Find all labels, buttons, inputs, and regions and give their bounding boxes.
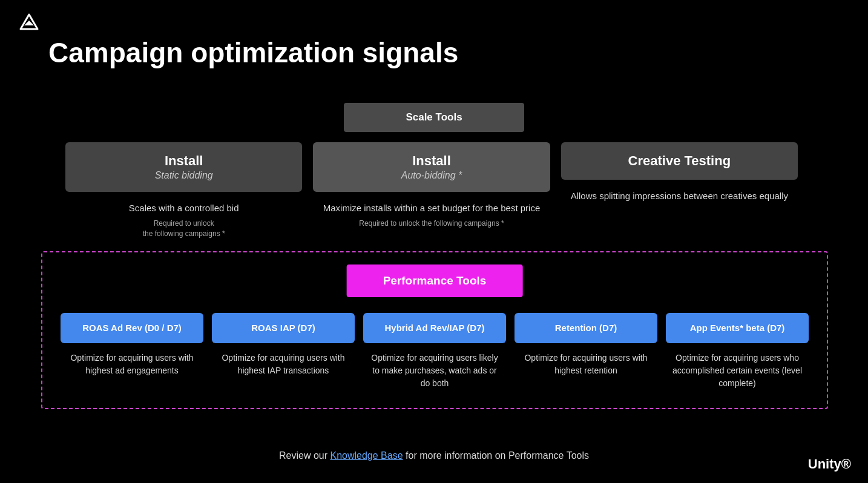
performance-boxes-row: ROAS Ad Rev (D0 / D7) Optimize for acqui… xyxy=(61,313,809,390)
app-events-description: Optimize for acquiring users who accompl… xyxy=(666,352,809,390)
creative-testing-description: Allows splitting impressions between cre… xyxy=(565,189,794,203)
install-static-title: Install xyxy=(77,153,290,169)
app-events-title: App Events* beta (D7) xyxy=(690,323,785,333)
install-auto-subtitle: Auto-bidding * xyxy=(325,170,538,181)
unity-logo-icon xyxy=(18,12,40,34)
app-events-box: App Events* beta (D7) Optimize for acqui… xyxy=(666,313,809,390)
bottom-text-after: for more information on Performance Tool… xyxy=(403,450,589,461)
app-events-header: App Events* beta (D7) xyxy=(666,313,809,343)
install-auto-title: Install xyxy=(325,153,538,169)
retention-header: Retention (D7) xyxy=(515,313,657,343)
roas-ad-rev-box: ROAS Ad Rev (D0 / D7) Optimize for acqui… xyxy=(61,313,203,390)
roas-ad-rev-header: ROAS Ad Rev (D0 / D7) xyxy=(61,313,203,343)
install-static-header: Install Static bidding xyxy=(65,142,302,192)
roas-ad-rev-title: ROAS Ad Rev (D0 / D7) xyxy=(82,323,182,333)
creative-testing-title: Creative Testing xyxy=(573,153,786,169)
install-static-description: Scales with a controlled bid Required to… xyxy=(123,202,245,240)
hybrid-title: Hybrid Ad Rev/IAP (D7) xyxy=(384,323,484,333)
install-auto-req: Required to unlock the following campaig… xyxy=(323,218,541,229)
retention-description: Optimize for acquiring users with highes… xyxy=(515,352,657,377)
bottom-text-before: Review our xyxy=(279,450,330,461)
unity-brand: Unity® xyxy=(808,456,851,472)
boxes-row: Install Static bidding Scales with a con… xyxy=(65,142,798,240)
roas-ad-rev-description: Optimize for acquiring users with highes… xyxy=(61,352,203,377)
install-static-subtitle: Static bidding xyxy=(77,170,290,181)
roas-iap-description: Optimize for acquiring users with highes… xyxy=(212,352,355,377)
roas-iap-title: ROAS IAP (D7) xyxy=(251,323,315,333)
retention-title: Retention (D7) xyxy=(555,323,617,333)
install-auto-description: Maximize installs within a set budget fo… xyxy=(317,202,547,229)
page-title: Campaign optimization signals xyxy=(48,36,458,69)
roas-iap-header: ROAS IAP (D7) xyxy=(212,313,355,343)
scale-tools-label: Scale Tools xyxy=(344,103,524,132)
install-auto-box: Install Auto-bidding * Maximize installs… xyxy=(313,142,550,240)
roas-iap-box: ROAS IAP (D7) Optimize for acquiring use… xyxy=(212,313,355,390)
performance-tools-label: Performance Tools xyxy=(347,264,523,297)
install-static-req: Required to unlock the following campaig… xyxy=(129,218,239,240)
hybrid-header: Hybrid Ad Rev/IAP (D7) xyxy=(363,313,506,343)
knowledge-base-link[interactable]: Knowledge Base xyxy=(330,450,403,461)
bottom-text: Review our Knowledge Base for more infor… xyxy=(279,450,589,461)
creative-testing-header: Creative Testing xyxy=(561,142,798,180)
performance-section: Performance Tools ROAS Ad Rev (D0 / D7) … xyxy=(41,251,828,409)
hybrid-box: Hybrid Ad Rev/IAP (D7) Optimize for acqu… xyxy=(363,313,506,390)
install-auto-header: Install Auto-bidding * xyxy=(313,142,550,192)
retention-box: Retention (D7) Optimize for acquiring us… xyxy=(515,313,657,390)
creative-testing-box: Creative Testing Allows splitting impres… xyxy=(561,142,798,240)
hybrid-description: Optimize for acquiring users likely to m… xyxy=(363,352,506,390)
install-static-box: Install Static bidding Scales with a con… xyxy=(65,142,302,240)
